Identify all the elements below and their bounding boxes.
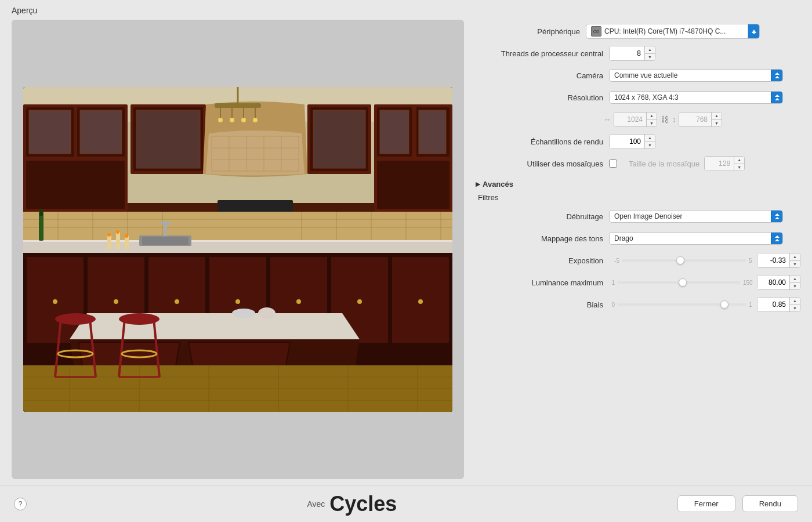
threads-input-wrapper[interactable]: ▲ ▼ <box>609 46 655 61</box>
samples-down[interactable]: ▼ <box>645 142 655 149</box>
luminance-down[interactable]: ▼ <box>790 283 800 290</box>
biais-slider[interactable] <box>617 303 746 306</box>
mosaique-size-input[interactable] <box>705 157 734 171</box>
avances-label: Avancés <box>483 180 513 188</box>
mosaique-up[interactable]: ▲ <box>734 157 744 164</box>
height-up[interactable]: ▲ <box>712 113 722 120</box>
height-spinner[interactable]: ▲ ▼ <box>711 113 722 126</box>
height-input-wrapper[interactable]: ▲ ▼ <box>679 112 722 127</box>
samples-input-wrapper[interactable]: ▲ ▼ <box>609 134 655 149</box>
rendu-button[interactable]: Rendu <box>742 495 798 512</box>
main-window: Aperçu <box>0 0 812 522</box>
width-up[interactable]: ▲ <box>647 113 657 120</box>
luminance-slider-container: 1 150 ▲ ▼ <box>609 275 800 290</box>
camera-arrow[interactable] <box>771 70 782 81</box>
peripherique-arrows[interactable] <box>748 24 759 38</box>
debruitage-arrow[interactable] <box>771 211 782 222</box>
threads-input[interactable] <box>610 46 644 60</box>
mappage-select[interactable]: Drago <box>609 232 783 245</box>
mosaique-down[interactable]: ▼ <box>734 164 744 171</box>
content-area: Aperçu <box>0 0 812 485</box>
height-input[interactable] <box>679 113 711 126</box>
peripherique-row: Périphérique CO CPU: Intel(R) Core(TM) i… <box>476 23 800 39</box>
svg-rect-100 <box>107 235 111 249</box>
svg-point-52 <box>114 299 118 304</box>
width-spinner[interactable]: ▲ ▼ <box>646 113 657 126</box>
svg-point-106 <box>232 309 255 318</box>
svg-marker-119 <box>775 239 780 241</box>
luminance-value[interactable] <box>757 276 789 289</box>
avances-row[interactable]: ▶ Avancés <box>476 180 800 188</box>
height-down[interactable]: ▼ <box>712 120 722 127</box>
apercu-label: Aperçu <box>12 6 464 15</box>
right-panel: Périphérique CO CPU: Intel(R) Core(TM) i… <box>476 6 800 479</box>
help-button[interactable]: ? <box>14 498 27 510</box>
svg-point-97 <box>230 118 234 122</box>
resolution-label: Résolution <box>476 93 603 102</box>
svg-point-101 <box>107 233 111 237</box>
mosaiques-label: Utiliser des mosaïques <box>476 160 603 168</box>
luminance-slider[interactable] <box>617 281 741 284</box>
svg-point-54 <box>235 299 240 304</box>
svg-rect-42 <box>23 240 452 242</box>
width-input-wrapper[interactable]: ▲ ▼ <box>614 112 657 127</box>
svg-marker-112 <box>775 72 780 75</box>
samples-spinner[interactable]: ▲ ▼ <box>644 135 655 148</box>
svg-point-99 <box>253 118 258 122</box>
biais-down[interactable]: ▼ <box>790 305 800 312</box>
preview-container <box>12 20 464 479</box>
peripherique-select[interactable]: CO CPU: Intel(R) Core(TM) i7-4870HQ C... <box>586 24 760 39</box>
exposition-slider[interactable] <box>622 259 746 262</box>
svg-point-96 <box>218 118 223 122</box>
svg-rect-41 <box>23 240 452 253</box>
biais-value[interactable] <box>757 298 789 311</box>
exposition-up[interactable]: ▲ <box>790 253 800 261</box>
svg-marker-113 <box>775 76 780 78</box>
luminance-spinner[interactable]: ▲ ▼ <box>789 276 800 289</box>
with-cycles: Avec Cycles <box>27 492 677 516</box>
svg-rect-26 <box>380 110 409 154</box>
peripherique-up[interactable] <box>748 24 759 38</box>
debruitage-select[interactable]: Open Image Denoiser <box>609 210 783 223</box>
mosaiques-row: Utiliser des mosaïques Taille de la mosa… <box>476 155 800 172</box>
svg-rect-59 <box>142 237 188 245</box>
mosaique-size-wrapper[interactable]: ▲ ▼ <box>704 156 745 171</box>
threads-down[interactable]: ▼ <box>645 54 655 61</box>
exposition-slider-container: -5 5 ▲ ▼ <box>609 253 800 268</box>
debruitage-row: Débruitage Open Image Denoiser <box>476 208 800 224</box>
svg-point-105 <box>125 234 128 238</box>
svg-point-55 <box>296 299 301 304</box>
mappage-label: Mappage des tons <box>476 234 603 243</box>
samples-label: Échantillons de rendu <box>476 137 603 146</box>
svg-marker-63 <box>70 313 360 339</box>
exposition-down[interactable]: ▼ <box>790 261 800 268</box>
exposition-value-wrapper[interactable]: ▲ ▼ <box>757 253 800 268</box>
samples-input[interactable] <box>610 135 644 148</box>
threads-up[interactable]: ▲ <box>645 46 655 54</box>
svg-rect-22 <box>313 110 365 168</box>
link-icon: ⛓ <box>661 115 669 124</box>
camera-select[interactable]: Comme vue actuelle <box>609 69 783 82</box>
resolution-arrow[interactable] <box>771 92 782 103</box>
luminance-up[interactable]: ▲ <box>790 276 800 283</box>
mosaique-spinner[interactable]: ▲ ▼ <box>734 157 744 171</box>
width-input[interactable] <box>614 113 646 126</box>
resolution-select[interactable]: 1024 x 768, XGA 4:3 <box>609 91 783 104</box>
biais-value-wrapper[interactable]: ▲ ▼ <box>757 297 800 312</box>
threads-label: Threads de processeur central <box>476 49 603 58</box>
width-down[interactable]: ▼ <box>647 120 657 127</box>
luminance-value-wrapper[interactable]: ▲ ▼ <box>757 275 800 290</box>
mappage-arrow[interactable] <box>771 233 782 244</box>
filtres-row: Filtres <box>476 192 800 202</box>
threads-spinner[interactable]: ▲ ▼ <box>644 46 655 60</box>
exposition-spinner[interactable]: ▲ ▼ <box>789 253 800 267</box>
mosaiques-checkbox[interactable] <box>609 160 617 168</box>
mappage-row: Mappage des tons Drago <box>476 230 800 246</box>
camera-label: Caméra <box>476 71 603 80</box>
biais-up[interactable]: ▲ <box>790 298 800 305</box>
samples-up[interactable]: ▲ <box>645 135 655 142</box>
fermer-button[interactable]: Fermer <box>677 495 735 512</box>
exposition-value[interactable] <box>757 253 789 267</box>
exposition-row: Exposition -5 5 ▲ ▼ <box>476 252 800 269</box>
biais-spinner[interactable]: ▲ ▼ <box>789 298 800 311</box>
